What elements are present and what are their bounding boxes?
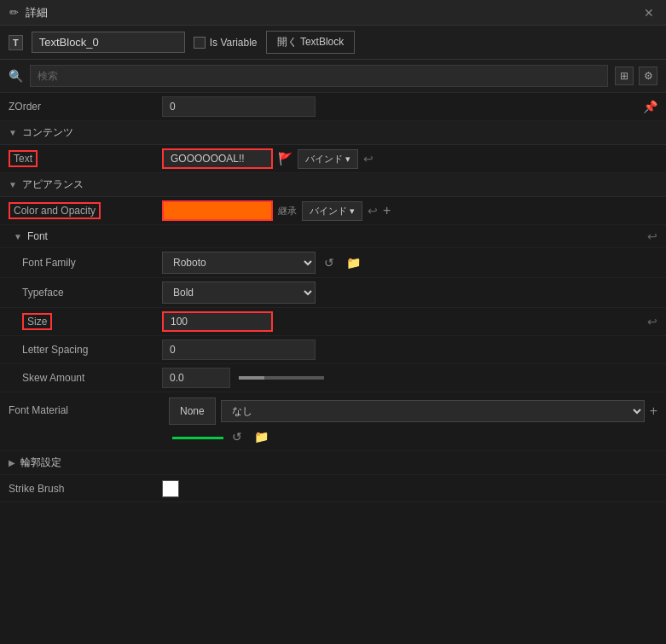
skew-amount-value [162,368,657,388]
strike-brush-label: Strike Brush [9,483,162,495]
color-opacity-row: Color and Opacity 継承 バインド ▾ ↩ + [0,197,666,225]
font-material-row: Font Material None なし + ↺ 📁 [0,392,666,451]
color-swatch[interactable] [162,200,273,221]
open-textblock-button[interactable]: 開く TextBlock [266,31,356,54]
search-input[interactable] [30,65,608,87]
skew-slider-fill [239,376,264,380]
typeface-row: Typeface Bold [0,278,666,308]
strike-brush-value [162,480,657,497]
skew-amount-input[interactable] [162,368,230,388]
font-material-refresh-icon[interactable]: ↺ [229,428,246,445]
text-flag-icon[interactable]: 🚩 [278,152,292,165]
letter-spacing-label: Letter Spacing [9,344,162,356]
font-arrow-icon: ▼ [14,232,22,241]
size-label: Size [9,316,162,328]
appearance-arrow-icon: ▼ [9,180,17,189]
text-input[interactable] [162,148,273,169]
close-button[interactable]: ✕ [639,4,659,21]
is-variable-checkbox[interactable] [194,37,206,49]
color-bind-button[interactable]: バインド ▾ [302,201,362,221]
font-section-title: Font [27,230,48,242]
gear-icon: ⚙ [644,70,653,82]
node-bar: T Is Variable 開く TextBlock [0,26,666,60]
color-opacity-label: Color and Opacity [9,205,162,217]
text-bind-chevron: ▾ [345,154,350,165]
is-variable-label: Is Variable [210,37,258,49]
outline-section-header[interactable]: ▶ 輪郭設定 [0,451,666,475]
appearance-section-header[interactable]: ▼ アピアランス [0,173,666,197]
font-material-none-button[interactable]: None [169,397,216,425]
outline-arrow-icon: ▶ [9,458,15,467]
font-material-dropdown[interactable]: なし [221,400,645,422]
font-family-label: Font Family [9,257,162,269]
title-bar-title: 詳細 [26,5,639,20]
text-reset-icon[interactable]: ↩ [363,152,374,165]
node-name-input[interactable] [32,32,185,53]
outline-section-title: 輪郭設定 [20,455,61,470]
inherit-label: 継承 [278,205,297,218]
typeface-value: Bold [162,281,657,304]
letter-spacing-input[interactable] [162,339,316,360]
size-row: Size ↩ [0,308,666,336]
is-variable-container: Is Variable [194,37,258,49]
typeface-label: Typeface [9,287,162,299]
grid-view-button[interactable]: ⊞ [615,67,634,85]
text-label: Text [9,153,162,165]
toolbar-icons: ⊞ ⚙ [615,67,657,85]
color-reset-icon[interactable]: ↩ [368,204,378,218]
text-row: Text 🚩 バインド ▾ ↩ [0,145,666,173]
size-reset-icon[interactable]: ↩ [647,315,657,328]
font-material-label: Font Material [9,397,162,416]
size-value [162,311,647,332]
grid-icon: ⊞ [620,70,628,82]
appearance-section-title: アピアランス [22,177,84,192]
font-material-folder-icon[interactable]: 📁 [251,428,272,445]
font-family-folder-icon[interactable]: 📁 [343,254,364,271]
text-bind-button[interactable]: バインド ▾ [298,149,358,169]
color-bind-chevron: ▾ [350,206,355,217]
color-bind-label: バインド [310,205,347,218]
zorder-input[interactable] [162,96,316,117]
title-bar: ✏ 詳細 ✕ [0,0,666,26]
contents-section-header[interactable]: ▼ コンテンツ [0,121,666,145]
text-label-box: Text [9,150,38,167]
typeface-dropdown[interactable]: Bold [162,281,316,304]
size-label-box: Size [22,313,52,330]
color-opacity-value: 継承 バインド ▾ ↩ + [162,200,657,221]
font-family-refresh-icon[interactable]: ↺ [321,254,338,271]
contents-section-title: コンテンツ [22,125,73,140]
node-type-icon: T [9,35,23,50]
size-input[interactable] [162,311,273,332]
skew-amount-row: Skew Amount [0,364,666,392]
edit-icon: ✏ [7,6,20,20]
letter-spacing-value [162,339,657,360]
zorder-label: ZOrder [9,101,162,113]
color-opacity-label-box: Color and Opacity [9,202,101,219]
text-bind-label: バインド [305,153,343,165]
strike-brush-color-swatch[interactable] [162,480,179,497]
strike-brush-row: Strike Brush [0,475,666,502]
search-icon: 🔍 [9,69,23,83]
zorder-value [162,96,643,117]
settings-button[interactable]: ⚙ [639,67,657,85]
zorder-row: ZOrder 📌 [0,93,666,121]
font-family-row: Font Family Roboto ↺ 📁 [0,248,666,278]
font-family-dropdown[interactable]: Roboto [162,252,316,274]
zorder-pin-icon[interactable]: 📌 [643,100,657,113]
search-bar: 🔍 ⊞ ⚙ [0,60,666,93]
contents-arrow-icon: ▼ [9,128,17,137]
color-add-icon[interactable]: + [383,203,391,218]
text-value: 🚩 バインド ▾ ↩ [162,148,657,169]
font-section-header[interactable]: ▼ Font ↩ [0,225,666,248]
font-material-add-icon[interactable]: + [650,403,657,419]
font-material-green-bar [172,437,223,439]
skew-slider-track[interactable] [239,376,324,380]
font-reset-icon[interactable]: ↩ [647,229,657,243]
font-family-value: Roboto ↺ 📁 [162,252,657,274]
skew-amount-label: Skew Amount [9,372,162,384]
letter-spacing-row: Letter Spacing [0,336,666,364]
